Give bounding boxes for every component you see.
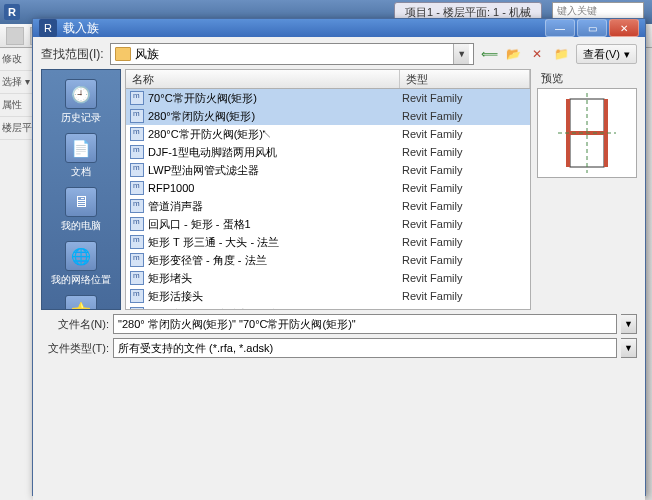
chevron-down-icon: ▾ [624,48,630,61]
filename-label: 文件名(N): [41,317,109,332]
up-folder-icon[interactable]: 📂 [504,45,522,63]
file-row[interactable]: 矩形变径管 - 角度 - 法兰Revit Family [126,251,530,269]
family-file-icon [130,145,144,159]
file-name: 280°C常开防火阀(矩形)↖ [148,127,402,142]
view-menu-button[interactable]: 查看(V) ▾ [576,44,637,64]
app-logo: R [4,4,20,20]
filetype-label: 文件类型(T): [41,341,109,356]
file-row[interactable]: LWP型油网管式滤尘器Revit Family [126,161,530,179]
file-type: Revit Family [402,128,530,140]
file-type: Revit Family [402,200,530,212]
col-type[interactable]: 类型 [400,70,530,88]
file-name: 70°C常开防火阀(矩形) [148,91,402,106]
place-item[interactable]: 🕘历史记录 [44,76,118,128]
file-row[interactable]: 70°C常开防火阀(矩形)Revit Family [126,89,530,107]
maximize-button[interactable]: ▭ [577,19,607,37]
file-name: 矩形 T 形三通 - 大头 - 法兰 [148,235,402,250]
file-name: 管道消声器 [148,199,402,214]
file-row[interactable]: 矩形 T 形三通 - 大头 - 法兰Revit Family [126,233,530,251]
file-row[interactable]: 矩形堵头Revit Family [126,269,530,287]
file-row[interactable]: 矩形接头 - 45 度接入 - 法兰Revit Family [126,305,530,310]
lookin-label: 查找范围(I): [41,46,104,63]
file-name: 矩形堵头 [148,271,402,286]
file-name: 矩形活接头 [148,289,402,304]
file-type: Revit Family [402,164,530,176]
file-name: DJF-1型电动脚踏两用风机 [148,145,402,160]
dialog-title-text: 载入族 [63,20,99,37]
family-file-icon [130,235,144,249]
chevron-down-icon[interactable]: ▼ [453,44,469,64]
file-type: Revit Family [402,272,530,284]
file-type: Revit Family [402,110,530,122]
file-name: LWP型油网管式滤尘器 [148,163,402,178]
place-icon: 🌐 [65,241,97,271]
family-file-icon [130,271,144,285]
file-type: Revit Family [402,290,530,302]
file-name: 矩形接头 - 45 度接入 - 法兰 [148,307,402,311]
filetype-select[interactable]: 所有受支持的文件 (*.rfa, *.adsk) [113,338,617,358]
place-item[interactable]: 🌐我的网络位置 [44,238,118,290]
preview-pane: 预览 [537,69,637,310]
place-label: 文档 [71,165,91,179]
file-type: Revit Family [402,236,530,248]
file-row[interactable]: 280°C常开防火阀(矩形)↖Revit Family [126,125,530,143]
place-icon: 🖥 [65,187,97,217]
family-file-icon [130,127,144,141]
file-row[interactable]: 矩形活接头Revit Family [126,287,530,305]
file-type: Revit Family [402,254,530,266]
family-file-icon [130,163,144,177]
family-file-icon [130,181,144,195]
lookin-combo[interactable]: 风族 ▼ [110,43,475,65]
file-name: 回风口 - 矩形 - 蛋格1 [148,217,402,232]
preview-label: 预览 [537,69,637,88]
file-name: RFP1000 [148,182,402,194]
family-file-icon [130,109,144,123]
file-row[interactable]: RFP1000Revit Family [126,179,530,197]
file-type: Revit Family [402,92,530,104]
dialog-titlebar[interactable]: R 载入族 — ▭ ✕ [33,19,645,37]
place-icon: 📄 [65,133,97,163]
file-row[interactable]: 管道消声器Revit Family [126,197,530,215]
file-type: Revit Family [402,308,530,310]
current-folder: 风族 [135,46,159,63]
place-item[interactable]: 📄文档 [44,130,118,182]
file-type: Revit Family [402,182,530,194]
revit-icon: R [39,19,57,37]
file-type: Revit Family [402,146,530,158]
family-file-icon [130,253,144,267]
delete-icon[interactable]: ✕ [528,45,546,63]
family-file-icon [130,199,144,213]
filename-input[interactable]: "280° 常闭防火阀(矩形)" "70°C常开防火阀(矩形)" [113,314,617,334]
place-icon: ⭐ [65,295,97,310]
family-file-icon [130,217,144,231]
list-header[interactable]: 名称 类型 [125,69,531,89]
back-icon[interactable]: ⟸ [480,45,498,63]
file-row[interactable]: 280°常闭防火阀(矩形)Revit Family [126,107,530,125]
place-item[interactable]: ⭐收藏夹 [44,292,118,310]
place-label: 我的网络位置 [51,273,111,287]
close-button[interactable]: ✕ [609,19,639,37]
load-family-dialog: R 载入族 — ▭ ✕ 查找范围(I): 风族 ▼ ⟸ 📂 ✕ 📁 查看(V) … [32,18,646,496]
place-icon: 🕘 [65,79,97,109]
family-file-icon [130,289,144,303]
place-label: 我的电脑 [61,219,101,233]
filetype-dropdown[interactable]: ▼ [621,338,637,358]
new-folder-icon[interactable]: 📁 [552,45,570,63]
file-row[interactable]: DJF-1型电动脚踏两用风机Revit Family [126,143,530,161]
file-name: 矩形变径管 - 角度 - 法兰 [148,253,402,268]
place-item[interactable]: 🖥我的电脑 [44,184,118,236]
family-file-icon [130,91,144,105]
file-type: Revit Family [402,218,530,230]
file-name: 280°常闭防火阀(矩形) [148,109,402,124]
preview-thumbnail [537,88,637,178]
place-label: 历史记录 [61,111,101,125]
filename-dropdown[interactable]: ▼ [621,314,637,334]
family-file-icon [130,307,144,310]
folder-icon [115,47,131,61]
file-list[interactable]: 70°C常开防火阀(矩形)Revit Family280°常闭防火阀(矩形)Re… [125,89,531,310]
places-bar: 🕘历史记录📄文档🖥我的电脑🌐我的网络位置⭐收藏夹🖥桌面📁Metric Libra… [41,69,121,310]
file-row[interactable]: 回风口 - 矩形 - 蛋格1Revit Family [126,215,530,233]
col-name[interactable]: 名称 [126,70,400,88]
minimize-button[interactable]: — [545,19,575,37]
view-label: 查看(V) [583,47,620,62]
